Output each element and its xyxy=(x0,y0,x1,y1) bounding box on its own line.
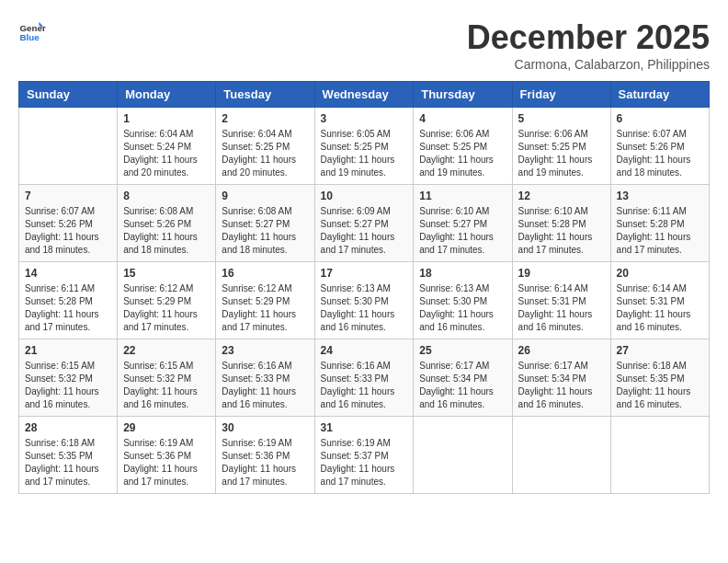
weekday-header-monday: Monday xyxy=(118,82,216,108)
calendar-week-3: 14Sunrise: 6:11 AMSunset: 5:28 PMDayligh… xyxy=(19,262,710,339)
location-subtitle: Carmona, Calabarzon, Philippines xyxy=(467,57,710,72)
day-number: 9 xyxy=(222,190,308,202)
day-info: Sunrise: 6:12 AMSunset: 5:29 PMDaylight:… xyxy=(123,282,210,334)
calendar-cell: 12Sunrise: 6:10 AMSunset: 5:28 PMDayligh… xyxy=(512,185,610,262)
calendar-cell: 6Sunrise: 6:07 AMSunset: 5:26 PMDaylight… xyxy=(610,108,709,185)
day-number: 15 xyxy=(123,267,210,280)
day-number: 26 xyxy=(518,344,605,357)
day-info: Sunrise: 6:13 AMSunset: 5:30 PMDaylight:… xyxy=(321,282,408,334)
calendar-cell: 23Sunrise: 6:16 AMSunset: 5:33 PMDayligh… xyxy=(216,339,314,417)
day-number: 17 xyxy=(321,267,408,280)
calendar-cell: 5Sunrise: 6:06 AMSunset: 5:25 PMDaylight… xyxy=(512,108,610,185)
calendar-cell: 2Sunrise: 6:04 AMSunset: 5:25 PMDaylight… xyxy=(216,108,314,185)
day-info: Sunrise: 6:06 AMSunset: 5:25 PMDaylight:… xyxy=(518,128,605,179)
day-info: Sunrise: 6:12 AMSunset: 5:29 PMDaylight:… xyxy=(222,282,308,334)
day-number: 5 xyxy=(518,112,605,125)
day-number: 3 xyxy=(321,112,408,125)
svg-text:Blue: Blue xyxy=(20,32,40,42)
month-title: December 2025 xyxy=(467,18,710,57)
logo-icon: General Blue xyxy=(18,18,46,46)
calendar-week-2: 7Sunrise: 6:07 AMSunset: 5:26 PMDaylight… xyxy=(19,185,710,262)
calendar-week-1: 1Sunrise: 6:04 AMSunset: 5:24 PMDaylight… xyxy=(19,108,710,185)
day-number: 12 xyxy=(518,190,605,202)
calendar-cell: 4Sunrise: 6:06 AMSunset: 5:25 PMDaylight… xyxy=(414,108,512,185)
calendar-cell xyxy=(19,108,118,185)
calendar-cell: 22Sunrise: 6:15 AMSunset: 5:32 PMDayligh… xyxy=(118,339,216,417)
calendar-cell: 24Sunrise: 6:16 AMSunset: 5:33 PMDayligh… xyxy=(314,339,414,417)
calendar-cell: 19Sunrise: 6:14 AMSunset: 5:31 PMDayligh… xyxy=(512,262,610,339)
day-number: 16 xyxy=(222,267,308,280)
calendar-cell: 15Sunrise: 6:12 AMSunset: 5:29 PMDayligh… xyxy=(118,262,216,339)
calendar-table: SundayMondayTuesdayWednesdayThursdayFrid… xyxy=(18,81,710,494)
calendar-cell: 26Sunrise: 6:17 AMSunset: 5:34 PMDayligh… xyxy=(512,339,610,417)
day-number: 11 xyxy=(419,190,506,202)
day-info: Sunrise: 6:08 AMSunset: 5:27 PMDaylight:… xyxy=(222,205,308,257)
title-block: December 2025 Carmona, Calabarzon, Phili… xyxy=(467,18,710,72)
day-info: Sunrise: 6:19 AMSunset: 5:36 PMDaylight:… xyxy=(222,437,308,488)
day-number: 21 xyxy=(25,344,111,357)
calendar-cell: 18Sunrise: 6:13 AMSunset: 5:30 PMDayligh… xyxy=(414,262,512,339)
day-number: 27 xyxy=(617,344,703,357)
calendar-cell: 17Sunrise: 6:13 AMSunset: 5:30 PMDayligh… xyxy=(314,262,414,339)
day-number: 18 xyxy=(419,267,506,280)
day-info: Sunrise: 6:07 AMSunset: 5:26 PMDaylight:… xyxy=(25,205,111,257)
day-number: 2 xyxy=(222,112,308,125)
calendar-cell xyxy=(512,417,610,494)
day-info: Sunrise: 6:18 AMSunset: 5:35 PMDaylight:… xyxy=(617,360,703,411)
day-info: Sunrise: 6:09 AMSunset: 5:27 PMDaylight:… xyxy=(321,205,408,257)
day-number: 23 xyxy=(222,344,308,357)
calendar-cell: 25Sunrise: 6:17 AMSunset: 5:34 PMDayligh… xyxy=(414,339,512,417)
calendar-cell: 31Sunrise: 6:19 AMSunset: 5:37 PMDayligh… xyxy=(314,417,414,494)
day-info: Sunrise: 6:11 AMSunset: 5:28 PMDaylight:… xyxy=(25,282,111,334)
calendar-cell: 13Sunrise: 6:11 AMSunset: 5:28 PMDayligh… xyxy=(610,185,709,262)
day-info: Sunrise: 6:14 AMSunset: 5:31 PMDaylight:… xyxy=(518,282,605,334)
day-info: Sunrise: 6:15 AMSunset: 5:32 PMDaylight:… xyxy=(123,360,210,411)
day-info: Sunrise: 6:14 AMSunset: 5:31 PMDaylight:… xyxy=(617,282,703,334)
calendar-header-row: SundayMondayTuesdayWednesdayThursdayFrid… xyxy=(19,82,710,108)
day-info: Sunrise: 6:05 AMSunset: 5:25 PMDaylight:… xyxy=(321,128,408,179)
day-info: Sunrise: 6:16 AMSunset: 5:33 PMDaylight:… xyxy=(321,360,408,411)
day-number: 31 xyxy=(321,421,408,434)
calendar-cell: 1Sunrise: 6:04 AMSunset: 5:24 PMDaylight… xyxy=(118,108,216,185)
calendar-cell xyxy=(610,417,709,494)
calendar-week-5: 28Sunrise: 6:18 AMSunset: 5:35 PMDayligh… xyxy=(19,417,710,494)
logo: General Blue xyxy=(18,18,46,46)
day-number: 4 xyxy=(419,112,506,125)
day-info: Sunrise: 6:18 AMSunset: 5:35 PMDaylight:… xyxy=(25,437,111,488)
weekday-header-tuesday: Tuesday xyxy=(216,82,314,108)
weekday-header-wednesday: Wednesday xyxy=(314,82,414,108)
day-info: Sunrise: 6:10 AMSunset: 5:28 PMDaylight:… xyxy=(518,205,605,257)
day-info: Sunrise: 6:17 AMSunset: 5:34 PMDaylight:… xyxy=(518,360,605,411)
calendar-cell: 10Sunrise: 6:09 AMSunset: 5:27 PMDayligh… xyxy=(314,185,414,262)
calendar-week-4: 21Sunrise: 6:15 AMSunset: 5:32 PMDayligh… xyxy=(19,339,710,417)
calendar-cell: 11Sunrise: 6:10 AMSunset: 5:27 PMDayligh… xyxy=(414,185,512,262)
weekday-header-thursday: Thursday xyxy=(414,82,512,108)
day-info: Sunrise: 6:15 AMSunset: 5:32 PMDaylight:… xyxy=(25,360,111,411)
day-info: Sunrise: 6:19 AMSunset: 5:36 PMDaylight:… xyxy=(123,437,210,488)
calendar-cell: 16Sunrise: 6:12 AMSunset: 5:29 PMDayligh… xyxy=(216,262,314,339)
day-number: 6 xyxy=(617,112,703,125)
day-number: 22 xyxy=(123,344,210,357)
calendar-cell: 8Sunrise: 6:08 AMSunset: 5:26 PMDaylight… xyxy=(118,185,216,262)
day-info: Sunrise: 6:11 AMSunset: 5:28 PMDaylight:… xyxy=(617,205,703,257)
day-info: Sunrise: 6:08 AMSunset: 5:26 PMDaylight:… xyxy=(123,205,210,257)
day-info: Sunrise: 6:19 AMSunset: 5:37 PMDaylight:… xyxy=(321,437,408,488)
calendar-cell: 28Sunrise: 6:18 AMSunset: 5:35 PMDayligh… xyxy=(19,417,118,494)
day-number: 29 xyxy=(123,421,210,434)
weekday-header-friday: Friday xyxy=(512,82,610,108)
day-number: 14 xyxy=(25,267,111,280)
day-number: 28 xyxy=(25,421,111,434)
calendar-cell: 7Sunrise: 6:07 AMSunset: 5:26 PMDaylight… xyxy=(19,185,118,262)
calendar-cell xyxy=(414,417,512,494)
calendar-cell: 29Sunrise: 6:19 AMSunset: 5:36 PMDayligh… xyxy=(118,417,216,494)
day-number: 20 xyxy=(617,267,703,280)
calendar-cell: 30Sunrise: 6:19 AMSunset: 5:36 PMDayligh… xyxy=(216,417,314,494)
calendar-cell: 21Sunrise: 6:15 AMSunset: 5:32 PMDayligh… xyxy=(19,339,118,417)
page-header: General Blue December 2025 Carmona, Cala… xyxy=(18,18,710,72)
day-info: Sunrise: 6:13 AMSunset: 5:30 PMDaylight:… xyxy=(419,282,506,334)
day-info: Sunrise: 6:06 AMSunset: 5:25 PMDaylight:… xyxy=(419,128,506,179)
day-number: 19 xyxy=(518,267,605,280)
day-number: 25 xyxy=(419,344,506,357)
svg-text:General: General xyxy=(20,23,47,33)
day-info: Sunrise: 6:17 AMSunset: 5:34 PMDaylight:… xyxy=(419,360,506,411)
